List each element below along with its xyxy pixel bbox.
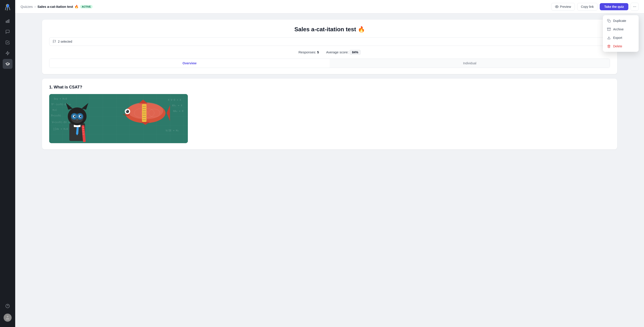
main-content: Quizzes › Sales a-cat-itation test 🔥 Act… bbox=[15, 0, 644, 327]
svg-point-40 bbox=[126, 110, 129, 113]
app-logo bbox=[3, 3, 12, 11]
question-card: 1. What is CSAT? 3xy + H₂O ∇²·(ε√V)-EV =… bbox=[42, 79, 617, 149]
tab-overview[interactable]: Overview bbox=[50, 59, 330, 68]
avg-score-label: Average score: 84% bbox=[326, 50, 361, 54]
svg-marker-13 bbox=[66, 103, 73, 110]
svg-marker-34 bbox=[139, 100, 148, 103]
duplicate-label: Duplicate bbox=[613, 19, 626, 22]
sidebar-item-bolt[interactable] bbox=[3, 48, 12, 58]
quiz-name: Sales a-cat-itation test bbox=[38, 5, 73, 8]
math-text-8: XV₁ = X bbox=[172, 104, 182, 107]
active-badge: Active bbox=[80, 5, 92, 8]
svg-point-24 bbox=[80, 116, 81, 117]
sidebar-item-help[interactable] bbox=[3, 301, 12, 311]
dropdown-item-duplicate[interactable]: Duplicate bbox=[604, 16, 637, 25]
dropdown-item-archive[interactable]: Archive bbox=[604, 25, 637, 33]
sidebar-item-tasks[interactable] bbox=[3, 37, 12, 47]
eye-icon bbox=[555, 5, 558, 8]
sidebar-item-chat[interactable] bbox=[3, 27, 12, 37]
header: Quizzes › Sales a-cat-itation test 🔥 Act… bbox=[15, 0, 644, 13]
tabs-row: Overview Individual bbox=[49, 58, 610, 68]
svg-marker-33 bbox=[166, 105, 170, 121]
svg-rect-1 bbox=[7, 20, 8, 23]
math-text-3: H₃C bbox=[52, 109, 57, 111]
breadcrumb-current: Sales a-cat-itation test 🔥 Active bbox=[38, 5, 93, 9]
filter-left: 2 selected bbox=[52, 40, 72, 43]
sidebar-item-analytics[interactable] bbox=[3, 16, 12, 26]
chalkboard-bg: 3xy + H₂O ∇²·(ε√V)-EV = H₃C ∇+(ε√V) V+(ε… bbox=[49, 94, 188, 143]
cat-illustration bbox=[62, 98, 92, 143]
fish-illustration bbox=[121, 98, 170, 125]
responses-label: Responses: 5 bbox=[298, 50, 319, 54]
svg-point-25 bbox=[76, 119, 78, 120]
sidebar-nav bbox=[3, 16, 12, 301]
svg-rect-2 bbox=[8, 19, 9, 22]
svg-marker-35 bbox=[141, 122, 150, 125]
more-options-button[interactable]: ··· bbox=[630, 3, 639, 11]
svg-marker-14 bbox=[82, 103, 88, 110]
export-label: Export bbox=[613, 36, 622, 39]
flame-emoji: 🔥 bbox=[74, 5, 79, 9]
svg-point-6 bbox=[7, 316, 8, 318]
dropdown-menu: Duplicate Archive Export Delete bbox=[603, 15, 639, 52]
take-quiz-button[interactable]: Take the quiz bbox=[600, 3, 628, 10]
flag-icon bbox=[52, 40, 56, 43]
quiz-overview-card: Sales a-cat-itation test 🔥 2 selected Re… bbox=[42, 20, 617, 74]
filter-label: 2 selected bbox=[58, 40, 72, 43]
sidebar-item-avatar[interactable] bbox=[3, 313, 12, 323]
svg-rect-0 bbox=[6, 21, 7, 23]
svg-point-41 bbox=[126, 110, 127, 111]
copy-link-button[interactable]: Copy link bbox=[577, 3, 598, 10]
svg-rect-51 bbox=[607, 28, 611, 28]
avatar bbox=[4, 314, 12, 322]
svg-rect-50 bbox=[608, 20, 610, 22]
quiz-card-title: Sales a-cat-itation test 🔥 bbox=[49, 26, 610, 33]
ellipsis-icon: ··· bbox=[633, 4, 636, 9]
svg-point-7 bbox=[556, 6, 557, 7]
math-text-10: V/ZE = H₂ bbox=[166, 129, 179, 132]
breadcrumb: Quizzes › Sales a-cat-itation test 🔥 Act… bbox=[20, 5, 92, 9]
download-icon bbox=[607, 36, 611, 40]
trash-icon bbox=[607, 44, 611, 48]
content-area: Sales a-cat-itation test 🔥 2 selected Re… bbox=[15, 13, 644, 327]
tab-individual[interactable]: Individual bbox=[330, 59, 610, 68]
question-image: 3xy + H₂O ∇²·(ε√V)-EV = H₃C ∇+(ε√V) V+(ε… bbox=[49, 94, 188, 143]
sidebar-item-learn[interactable] bbox=[3, 59, 12, 69]
breadcrumb-parent[interactable]: Quizzes bbox=[20, 5, 33, 8]
svg-marker-3 bbox=[6, 51, 10, 55]
header-actions: Preview Copy link Take the quiz ··· bbox=[551, 3, 639, 11]
archive-label: Archive bbox=[613, 27, 624, 31]
score-badge: 84% bbox=[350, 50, 361, 55]
math-text-9: XA₀ = 0 bbox=[173, 110, 183, 113]
archive-icon bbox=[607, 27, 611, 31]
copy-icon bbox=[607, 19, 611, 23]
delete-label: Delete bbox=[613, 44, 622, 48]
sidebar bbox=[0, 0, 15, 327]
sidebar-bottom bbox=[3, 301, 12, 324]
breadcrumb-separator: › bbox=[34, 5, 36, 9]
filter-dropdown[interactable]: 2 selected bbox=[49, 37, 610, 46]
dropdown-item-export[interactable]: Export bbox=[604, 33, 637, 42]
preview-button[interactable]: Preview bbox=[551, 3, 575, 10]
question-title: 1. What is CSAT? bbox=[49, 85, 610, 90]
stats-row: Responses: 5 Average score: 84% bbox=[49, 50, 610, 54]
math-text-4: ∇+(ε√V) bbox=[51, 114, 61, 117]
svg-point-23 bbox=[74, 116, 75, 117]
dropdown-item-delete[interactable]: Delete bbox=[604, 42, 637, 50]
